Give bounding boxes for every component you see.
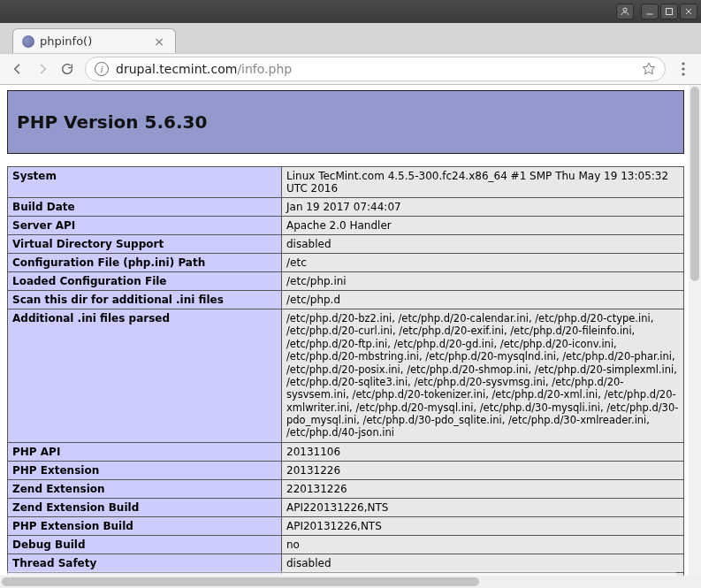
phpinfo-row-key: Zend Extension Build: [8, 498, 282, 516]
bookmark-star-icon[interactable]: [642, 61, 656, 78]
table-row: Virtual Directory Supportdisabled: [8, 235, 684, 254]
table-row: Server APIApache 2.0 Handler: [8, 217, 684, 235]
php-favicon-icon: [22, 35, 34, 48]
table-row: Build DateJan 19 2017 07:44:07: [8, 198, 684, 217]
table-row: Debug Buildno: [8, 535, 684, 554]
tab-close-icon[interactable]: ×: [152, 34, 166, 49]
phpinfo-row-value: /etc/php.d: [282, 291, 684, 309]
phpinfo-table: SystemLinux TecMint.com 4.5.5-300.fc24.x…: [7, 166, 684, 576]
phpinfo-page: PHP Version 5.6.30 SystemLinux TecMint.c…: [0, 85, 689, 576]
phpinfo-row-key: PHP Extension: [8, 461, 282, 479]
browser-tab[interactable]: phpinfo() ×: [12, 28, 176, 53]
vertical-scrollbar[interactable]: [689, 85, 701, 576]
site-info-icon[interactable]: i: [95, 62, 109, 76]
phpinfo-header: PHP Version 5.6.30: [7, 90, 684, 154]
phpinfo-row-value: /etc/php.ini: [282, 272, 684, 291]
phpinfo-row-key: Loaded Configuration File: [8, 272, 282, 291]
phpinfo-row-value: Linux TecMint.com 4.5.5-300.fc24.x86_64 …: [282, 167, 684, 198]
phpinfo-row-value: disabled: [282, 235, 684, 254]
phpinfo-row-key: Configuration File (php.ini) Path: [8, 254, 282, 272]
table-row: PHP API20131106: [8, 442, 684, 461]
svg-point-6: [682, 62, 684, 65]
phpinfo-row-value: /etc: [282, 254, 684, 272]
address-path: /info.php: [237, 62, 292, 76]
window-titlebar: [0, 0, 701, 23]
phpinfo-row-key: Additional .ini files parsed: [8, 309, 282, 443]
svg-marker-5: [643, 63, 654, 74]
phpinfo-row-value: 20131106: [282, 442, 684, 461]
table-row: SystemLinux TecMint.com 4.5.5-300.fc24.x…: [8, 167, 684, 198]
svg-point-8: [682, 73, 684, 75]
table-row: Zend Extension BuildAPI220131226,NTS: [8, 498, 684, 516]
svg-rect-2: [667, 9, 673, 15]
table-row: Zend Extension220131226: [8, 479, 684, 498]
table-row: Loaded Configuration File/etc/php.ini: [8, 272, 684, 291]
phpinfo-row-key: System: [8, 167, 282, 198]
table-row: Scan this dir for additional .ini files/…: [8, 291, 684, 309]
nav-reload-button[interactable]: [55, 57, 80, 81]
nav-forward-button[interactable]: [30, 57, 55, 81]
phpinfo-row-key: Server API: [8, 217, 282, 235]
address-bar[interactable]: i drupal.tecmint.com/info.php: [85, 57, 666, 81]
phpinfo-row-value: 20131226: [282, 461, 684, 479]
address-host: drupal.tecmint.com: [116, 62, 237, 76]
vertical-scrollbar-thumb[interactable]: [690, 87, 699, 281]
phpinfo-row-key: Virtual Directory Support: [8, 235, 282, 254]
table-row: PHP Extension20131226: [8, 461, 684, 479]
horizontal-scrollbar-thumb[interactable]: [2, 577, 479, 586]
window-minimize-button[interactable]: [641, 4, 659, 19]
tab-strip: phpinfo() ×: [0, 23, 701, 53]
table-row: Configuration File (php.ini) Path/etc: [8, 254, 684, 272]
window-close-button[interactable]: [680, 4, 697, 19]
phpinfo-row-key: Scan this dir for additional .ini files: [8, 291, 282, 309]
table-row: PHP Extension BuildAPI20131226,NTS: [8, 516, 684, 535]
phpinfo-row-key: PHP Extension Build: [8, 516, 282, 535]
phpinfo-row-value: Apache 2.0 Handler: [282, 217, 684, 235]
phpinfo-row-value: API20131226,NTS: [282, 516, 684, 535]
phpinfo-row-key: Debug Build: [8, 535, 282, 554]
phpinfo-row-value: no: [282, 535, 684, 554]
phpinfo-row-value: Jan 19 2017 07:44:07: [282, 198, 684, 217]
user-menu-button[interactable]: [616, 4, 634, 19]
phpinfo-row-key: Zend Extension: [8, 479, 282, 498]
phpinfo-row-key: PHP API: [8, 442, 282, 461]
phpinfo-row-value: 220131226: [282, 479, 684, 498]
svg-point-0: [623, 8, 627, 11]
phpinfo-row-value: API220131226,NTS: [282, 498, 684, 516]
tab-title: phpinfo(): [40, 34, 152, 48]
svg-point-7: [682, 67, 684, 70]
phpinfo-row-value: /etc/php.d/20-bz2.ini, /etc/php.d/20-cal…: [282, 309, 684, 443]
nav-back-button[interactable]: [5, 57, 30, 81]
horizontal-scrollbar[interactable]: [0, 576, 701, 588]
browser-menu-button[interactable]: [671, 57, 696, 81]
php-version-heading: PHP Version 5.6.30: [17, 111, 207, 133]
page-viewport: PHP Version 5.6.30 SystemLinux TecMint.c…: [0, 85, 701, 576]
table-row: Additional .ini files parsed/etc/php.d/2…: [8, 309, 684, 443]
phpinfo-row-key: Build Date: [8, 198, 282, 217]
browser-toolbar: i drupal.tecmint.com/info.php: [0, 53, 701, 85]
window-maximize-button[interactable]: [660, 4, 678, 19]
